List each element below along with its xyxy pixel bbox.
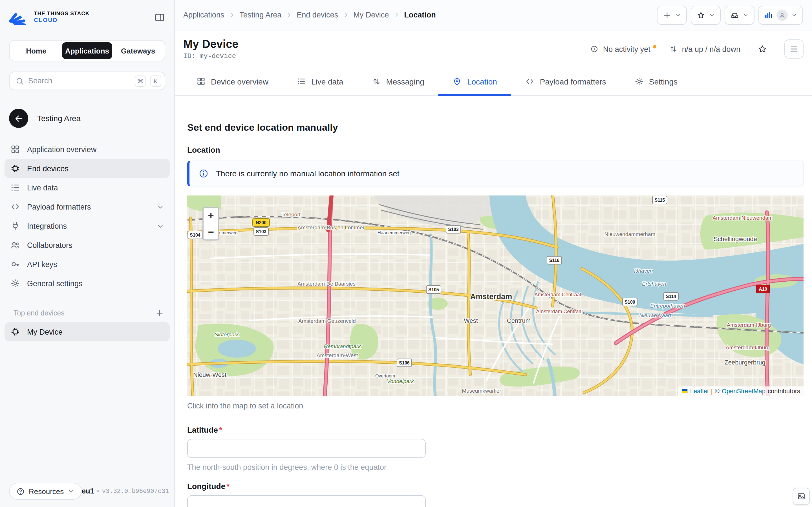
zoom-out-button[interactable]: − — [204, 224, 218, 239]
user-avatar — [776, 9, 788, 20]
required-marker: * — [219, 425, 222, 434]
app-root: THE THINGS STACK CLOUD Home Applications… — [0, 0, 812, 507]
road-shield: S116 — [549, 258, 560, 263]
tab-location[interactable]: Location — [439, 68, 511, 95]
map-label: Nieuw-West — [193, 371, 226, 378]
list-icon — [297, 76, 306, 86]
zoom-in-button[interactable]: + — [204, 208, 218, 224]
resources-button[interactable]: Resources — [9, 483, 82, 500]
leaflet-link[interactable]: Leaflet — [690, 388, 709, 394]
top-device-list: My Device — [0, 322, 174, 341]
notifications-button[interactable] — [725, 5, 755, 24]
chevron-right-icon — [343, 12, 349, 18]
breadcrumb-my-device[interactable]: My Device — [353, 11, 389, 19]
map-label: Museumkwartier — [462, 388, 501, 394]
tab-label: Settings — [649, 77, 677, 86]
page-title: Set end device location manually — [187, 122, 804, 133]
nav-tab-gateways[interactable]: Gateways — [113, 42, 163, 59]
device-header: My Device ID: my-device No activity yet … — [175, 31, 812, 68]
sidebar-item-end-devices[interactable]: End devices — [4, 159, 170, 178]
shortcut-k-key: K — [150, 75, 161, 87]
sidebar-item-label: General settings — [27, 279, 83, 288]
map-label: Vondelpark — [387, 378, 414, 384]
things-stack-logo-icon — [9, 8, 29, 25]
map-label: Amsterdam — [470, 292, 512, 301]
latitude-input[interactable] — [187, 439, 426, 458]
nav-tab-applications[interactable]: Applications — [62, 42, 112, 59]
tab-live-data[interactable]: Live data — [283, 68, 357, 95]
breadcrumb-testing-area[interactable]: Testing Area — [240, 11, 282, 19]
map-label: Haarlemmerweg — [377, 230, 410, 235]
sidebar-item-api-keys[interactable]: API keys — [4, 255, 170, 274]
cluster-id: eu1 — [82, 487, 94, 495]
quick-create-button[interactable] — [657, 5, 687, 24]
tab-payload-formatters[interactable]: Payload formatters — [511, 68, 620, 95]
chevron-down-icon — [743, 12, 749, 18]
bookmarks-button[interactable] — [691, 5, 721, 24]
breadcrumb-applications[interactable]: Applications — [183, 11, 224, 19]
code-icon — [525, 76, 535, 86]
topbar: Applications Testing Area End devices My… — [175, 0, 812, 31]
sidebar-top-nav: Home Applications Gateways — [9, 40, 165, 61]
tab-label: Location — [467, 77, 497, 86]
map-label: Centrum — [507, 317, 530, 324]
grid-icon — [10, 144, 20, 154]
star-icon — [757, 44, 767, 54]
swap-vertical-icon — [669, 45, 678, 54]
device-menu-button[interactable] — [784, 40, 804, 59]
map-label: Amsterdam Nieuwendam — [712, 215, 772, 221]
chevron-down-icon — [709, 12, 715, 18]
back-button[interactable] — [9, 109, 28, 128]
map-label: IJhaven — [634, 268, 653, 274]
traffic-label: n/a up / n/a down — [682, 45, 741, 53]
road-shield: S106 — [399, 360, 409, 365]
brand-cloud-label: CLOUD — [34, 16, 89, 23]
inbox-icon — [730, 10, 739, 19]
road-shield: S103 — [256, 229, 266, 234]
chevron-down-icon — [675, 12, 681, 18]
breadcrumb-end-devices[interactable]: End devices — [297, 11, 338, 19]
tab-settings[interactable]: Settings — [620, 68, 692, 95]
alert-message: There is currently no manual location in… — [216, 169, 400, 178]
map-tiles: N200 S103 S103 S104 S116 S105 S100 S114 … — [187, 195, 804, 396]
favorite-device-button[interactable] — [753, 40, 772, 59]
grid-icon — [196, 76, 206, 86]
sidebar-item-integrations[interactable]: Integrations — [4, 216, 170, 235]
sidebar-item-general-settings[interactable]: General settings — [4, 274, 170, 293]
location-section-title: Location — [187, 145, 804, 154]
people-icon — [10, 240, 20, 250]
longitude-label: Longitude * — [187, 482, 804, 491]
location-map[interactable]: N200 S103 S103 S104 S116 S105 S100 S114 … — [187, 195, 804, 396]
sidebar-item-live-data[interactable]: Live data — [4, 178, 170, 197]
panel-collapse-icon — [154, 12, 166, 23]
search-input[interactable] — [28, 76, 131, 85]
info-icon — [199, 168, 209, 179]
sidebar-item-collaborators[interactable]: Collaborators — [4, 235, 170, 255]
sidebar-collapse-button[interactable] — [154, 11, 166, 24]
sidebar-item-label: My Device — [27, 328, 63, 336]
version-label: v3.32.0.b96e907c31 — [102, 488, 169, 495]
tab-messaging[interactable]: Messaging — [357, 68, 439, 95]
sidebar-item-my-device[interactable]: My Device — [4, 322, 170, 341]
profile-button[interactable] — [758, 5, 803, 24]
tab-device-overview[interactable]: Device overview — [182, 68, 283, 95]
longitude-input[interactable] — [187, 495, 426, 507]
notification-dot — [653, 45, 657, 48]
add-end-device-button[interactable] — [155, 308, 165, 318]
swap-vertical-icon — [371, 76, 381, 86]
location-content: Set end device location manually Locatio… — [175, 96, 812, 507]
map-label: Nieuwe Vaart — [639, 313, 671, 318]
brand-logo[interactable]: THE THINGS STACK CLOUD — [9, 8, 89, 25]
map-label: Amsterdam Centraal — [536, 309, 582, 314]
required-marker: * — [226, 482, 230, 491]
map-label: Overtoom — [375, 374, 395, 378]
map-label: Amsterdam-IJburg — [727, 322, 771, 328]
tab-label: Payload formatters — [540, 77, 606, 86]
device-chip-icon — [10, 163, 20, 173]
latitude-label: Latitude * — [187, 425, 804, 434]
sidebar-item-application-overview[interactable]: Application overview — [4, 140, 170, 159]
nav-tab-home[interactable]: Home — [11, 42, 61, 59]
sidebar-item-payload-formatters[interactable]: Payload formatters — [4, 197, 170, 216]
openstreetmap-link[interactable]: OpenStreetMap — [722, 388, 765, 394]
feedback-button[interactable] — [793, 488, 810, 505]
